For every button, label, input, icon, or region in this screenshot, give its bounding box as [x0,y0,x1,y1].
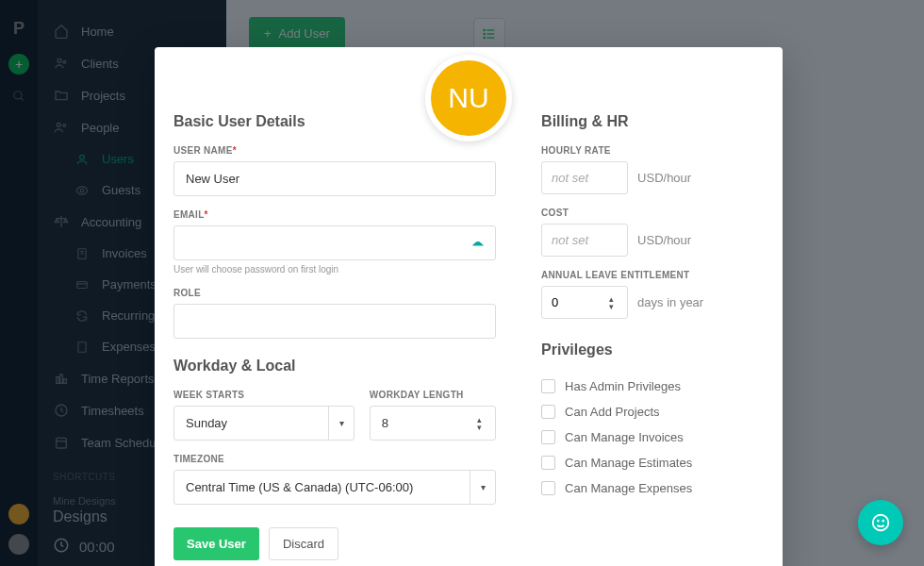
privilege-admin[interactable]: Has Admin Privileges [541,374,764,399]
privilege-manage-expenses[interactable]: Can Manage Expenses [541,475,764,501]
billing-title: Billing & HR [541,113,764,130]
user-avatar[interactable]: NU [425,55,512,142]
privilege-label: Has Admin Privileges [565,379,681,393]
svg-point-26 [878,521,879,522]
step-down-icon[interactable]: ▾ [477,424,492,431]
annual-leave-stepper[interactable]: ▴▾ [541,286,628,319]
workday-length-label: WORKDAY LENGTH [370,390,496,400]
cost-unit: USD/hour [637,233,691,247]
privileges-title: Privileges [541,341,764,358]
privilege-label: Can Manage Estimates [565,456,692,470]
annual-leave-unit: days in year [637,295,703,309]
modal-footer: Save User Discard [173,527,338,560]
chevron-down-icon: ▾ [328,406,355,441]
checkbox-icon [541,405,555,419]
chevron-down-icon: ▾ [470,470,496,505]
hourly-rate-input[interactable] [541,161,628,194]
privilege-label: Can Add Projects [565,405,659,419]
email-input[interactable] [173,225,496,260]
hourly-rate-label: HOURLY RATE [541,145,764,156]
privilege-manage-estimates[interactable]: Can Manage Estimates [541,450,764,475]
user-modal: NU Basic User Details USER NAME* EMAIL* … [155,47,783,566]
cost-input[interactable] [541,224,628,257]
checkbox-icon [541,379,555,393]
timezone-value: Central Time (US & Canada) (UTC-06:00) [173,470,496,505]
checkbox-icon [541,456,555,470]
annual-leave-label: ANNUAL LEAVE ENTITLEMENT [541,270,764,280]
privilege-add-projects[interactable]: Can Add Projects [541,399,764,424]
week-starts-select[interactable]: Sunday ▾ [173,406,355,441]
save-button[interactable]: Save User [173,527,259,560]
timezone-select[interactable]: Central Time (US & Canada) (UTC-06:00) ▾ [173,470,496,505]
privilege-label: Can Manage Expenses [565,481,692,495]
username-input[interactable] [173,161,496,196]
step-down-icon[interactable]: ▾ [609,303,624,310]
timezone-label: TIMEZONE [173,454,496,464]
privilege-label: Can Manage Invoices [565,430,684,444]
checkbox-icon [541,481,555,495]
role-label: ROLE [173,288,496,298]
workday-title: Workday & Local [173,358,496,375]
hourly-rate-unit: USD/hour [637,171,691,185]
privilege-manage-invoices[interactable]: Can Manage Invoices [541,424,764,450]
workday-length-stepper[interactable]: ▴▾ [370,406,496,441]
help-bubble[interactable] [858,500,903,545]
privileges-list: Has Admin Privileges Can Add Projects Ca… [541,374,764,501]
checkbox-icon [541,430,555,444]
email-helper: User will choose password on first login [173,264,496,275]
email-label: EMAIL* [173,209,496,220]
svg-point-27 [883,521,883,522]
discard-button[interactable]: Discard [269,527,338,560]
password-manager-icon [470,233,487,250]
username-label: USER NAME* [173,145,496,156]
role-input[interactable] [173,304,496,339]
svg-point-25 [873,515,889,531]
week-starts-label: WEEK STARTS [173,390,355,400]
cost-label: COST [541,208,764,218]
